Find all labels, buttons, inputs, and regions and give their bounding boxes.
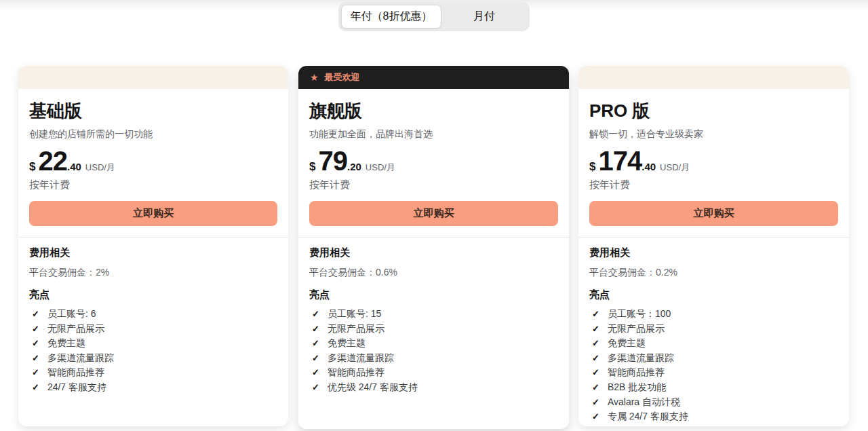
billing-note: 按年计费	[29, 178, 277, 191]
billing-note: 按年计费	[309, 178, 558, 191]
feature-item: ✓智能商品推荐	[312, 365, 558, 380]
buy-now-button[interactable]: 立即购买	[29, 201, 277, 226]
price-integer: 22	[38, 146, 67, 176]
feature-item: ✓B2B 批发功能	[592, 380, 838, 395]
commission-label: 平台交易佣金：	[309, 267, 376, 278]
plan-tagline: 功能更加全面，品牌出海首选	[309, 127, 558, 140]
buy-now-button[interactable]: 立即购买	[589, 201, 838, 226]
feature-label: 优先级 24/7 客服支持	[328, 380, 418, 395]
feature-list: ✓员工账号: 15✓无限产品展示✓免费主题✓多渠道流量跟踪✓智能商品推荐✓优先级…	[309, 307, 558, 395]
fees-heading: 费用相关	[309, 246, 558, 259]
feature-item: ✓员工账号: 6	[32, 307, 277, 322]
plan-price: $22.40USD/月	[29, 146, 277, 176]
check-icon: ✓	[312, 380, 319, 395]
commission-line: 平台交易佣金：0.2%	[589, 265, 838, 279]
feature-label: 无限产品展示	[47, 322, 104, 337]
plan-tagline: 创建您的店铺所需的一切功能	[29, 127, 277, 140]
feature-label: 无限产品展示	[328, 322, 384, 337]
check-icon: ✓	[312, 336, 319, 351]
feature-item: ✓免费主题	[32, 336, 277, 351]
buy-now-button[interactable]: 立即购买	[309, 201, 558, 226]
feature-item: ✓免费主题	[312, 336, 558, 351]
check-icon: ✓	[312, 365, 319, 380]
feature-item: ✓智能商品推荐	[592, 365, 838, 380]
commission-value: 0.2%	[656, 267, 677, 278]
check-icon: ✓	[592, 336, 599, 351]
plan-header-band	[18, 66, 288, 89]
check-icon: ✓	[592, 307, 599, 322]
feature-label: 无限产品展示	[608, 322, 665, 337]
check-icon: ✓	[592, 395, 599, 410]
feature-label: 24/7 客服支持	[47, 380, 106, 395]
feature-item: ✓员工账号：100	[592, 307, 838, 322]
star-icon: ★	[310, 73, 319, 82]
feature-item: ✓多渠道流量跟踪	[312, 351, 558, 366]
fees-heading: 费用相关	[29, 246, 277, 259]
check-icon: ✓	[32, 365, 39, 380]
price-decimal: .40	[67, 161, 81, 172]
feature-label: 智能商品推荐	[328, 365, 384, 380]
price-currency: $	[589, 160, 595, 173]
feature-label: 免费主题	[328, 336, 366, 351]
plan-name: 旗舰版	[309, 100, 558, 121]
feature-item: ✓无限产品展示	[32, 322, 277, 337]
commission-value: 0.6%	[376, 267, 397, 278]
plan-price: $174.40USD/月	[589, 146, 838, 176]
price-currency: $	[29, 160, 35, 173]
billing-note: 按年计费	[589, 178, 838, 191]
commission-line: 平台交易佣金：2%	[29, 265, 277, 279]
feature-label: 多渠道流量跟踪	[328, 351, 394, 366]
commission-label: 平台交易佣金：	[589, 267, 656, 278]
check-icon: ✓	[32, 336, 39, 351]
feature-label: Avalara 自动计税	[608, 395, 680, 410]
feature-item: ✓多渠道流量跟踪	[592, 351, 838, 366]
toggle-option-monthly[interactable]: 月付	[441, 5, 527, 29]
check-icon: ✓	[32, 322, 39, 337]
check-icon: ✓	[592, 351, 599, 366]
feature-label: 多渠道流量跟踪	[608, 351, 674, 366]
feature-label: B2B 批发功能	[608, 380, 666, 395]
feature-list: ✓员工账号：100✓无限产品展示✓免费主题✓多渠道流量跟踪✓智能商品推荐✓B2B…	[589, 307, 838, 424]
feature-label: 智能商品推荐	[47, 365, 104, 380]
popular-badge-label: 最受欢迎	[325, 71, 360, 83]
plan-card-flagship: ★ 最受欢迎 旗舰版 功能更加全面，品牌出海首选 $79.20USD/月 按年计…	[298, 66, 569, 429]
feature-label: 专属 24/7 客服支持	[608, 409, 688, 424]
feature-item: ✓智能商品推荐	[32, 365, 277, 380]
highlights-heading: 亮点	[29, 288, 277, 301]
feature-item: ✓优先级 24/7 客服支持	[312, 380, 558, 395]
feature-label: 免费主题	[608, 336, 646, 351]
plan-price: $79.20USD/月	[309, 146, 558, 176]
price-decimal: .20	[347, 161, 361, 172]
toggle-option-annual[interactable]: 年付（8折优惠）	[341, 5, 441, 29]
price-integer: 79	[318, 146, 347, 176]
commission-value: 2%	[96, 267, 109, 278]
plan-name: PRO 版	[589, 100, 838, 121]
price-unit: USD/月	[85, 162, 115, 172]
check-icon: ✓	[592, 365, 599, 380]
feature-label: 多渠道流量跟踪	[47, 351, 114, 366]
plan-card-pro: PRO 版 解锁一切，适合专业级卖家 $174.40USD/月 按年计费 立即购…	[578, 66, 849, 426]
check-icon: ✓	[312, 351, 319, 366]
check-icon: ✓	[32, 307, 39, 322]
check-icon: ✓	[312, 322, 319, 337]
feature-list: ✓员工账号: 6✓无限产品展示✓免费主题✓多渠道流量跟踪✓智能商品推荐✓24/7…	[29, 307, 277, 395]
feature-item: ✓多渠道流量跟踪	[32, 351, 277, 366]
check-icon: ✓	[592, 409, 599, 424]
price-decimal: .40	[642, 161, 656, 172]
price-unit: USD/月	[366, 162, 395, 172]
check-icon: ✓	[592, 322, 599, 337]
billing-period-toggle: 年付（8折优惠） 月付	[338, 2, 530, 31]
plan-card-basic: 基础版 创建您的店铺所需的一切功能 $22.40USD/月 按年计费 立即购买 …	[18, 66, 288, 426]
feature-item: ✓无限产品展示	[312, 322, 558, 337]
check-icon: ✓	[592, 380, 599, 395]
fees-heading: 费用相关	[589, 246, 838, 259]
commission-label: 平台交易佣金：	[29, 267, 96, 278]
feature-item: ✓专属 24/7 客服支持	[592, 409, 838, 424]
feature-item: ✓无限产品展示	[592, 322, 838, 337]
price-integer: 174	[598, 146, 642, 176]
check-icon: ✓	[312, 307, 319, 322]
price-currency: $	[309, 160, 315, 173]
feature-item: ✓免费主题	[592, 336, 838, 351]
plan-header-band	[578, 66, 849, 89]
check-icon: ✓	[32, 380, 39, 395]
